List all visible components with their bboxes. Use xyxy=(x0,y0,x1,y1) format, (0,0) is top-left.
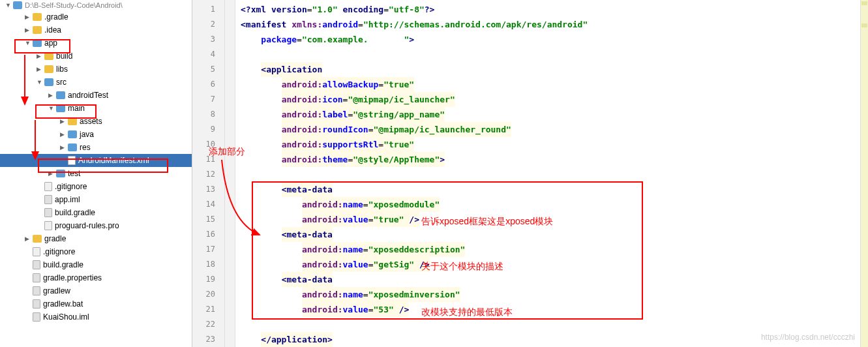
breadcrumb-path: D:\B-Self-Study-Code\Android\ xyxy=(25,1,123,9)
expander-icon xyxy=(25,314,31,320)
tree-item[interactable]: ▶.gradle xyxy=(0,10,192,23)
tree-item[interactable]: ▶java xyxy=(0,128,192,141)
code-line[interactable] xyxy=(241,47,860,62)
expander-icon[interactable]: ▶ xyxy=(60,144,67,151)
tree-item[interactable]: ▼app xyxy=(0,37,192,50)
folder-icon xyxy=(33,26,42,34)
tree-item[interactable]: ▶test xyxy=(0,167,192,180)
code-line[interactable]: <meta-data xyxy=(241,182,860,197)
folder-icon xyxy=(56,91,65,99)
line-number: 16 xyxy=(192,227,224,242)
project-tree[interactable]: ▼ D:\B-Self-Study-Code\Android\ ▶.gradle… xyxy=(0,0,192,347)
tree-item[interactable]: ▶.idea xyxy=(0,23,192,37)
expander-icon[interactable]: ▶ xyxy=(60,118,67,125)
line-number: 13 xyxy=(192,182,224,197)
file-icon xyxy=(33,312,40,322)
file-icon xyxy=(33,286,40,295)
expander-icon xyxy=(25,301,31,307)
code-line[interactable]: <manifest xmlns:android="http://schemas.… xyxy=(241,17,860,32)
line-number: 7 xyxy=(192,92,224,107)
tree-item[interactable]: AndroidManifest.xml xyxy=(0,154,192,167)
expander-icon[interactable]: ▼ xyxy=(48,105,55,112)
tree-item-label: proguard-rules.pro xyxy=(55,221,119,230)
code-line[interactable]: <meta-data xyxy=(241,272,860,287)
code-line[interactable]: android:icon="@mipmap/ic_launcher" xyxy=(241,92,860,107)
tree-item-label: gradle.properties xyxy=(43,273,102,282)
tree-item[interactable]: build.gradle xyxy=(0,206,192,219)
tree-item[interactable]: ▶androidTest xyxy=(0,89,192,102)
expander-icon[interactable]: ▶ xyxy=(37,53,43,59)
line-number: 8 xyxy=(192,107,224,122)
tree-item[interactable]: app.iml xyxy=(0,193,192,206)
tree-item-label: app xyxy=(44,38,57,48)
tree-item[interactable]: proguard-rules.pro xyxy=(0,219,192,232)
expander-icon[interactable]: ▶ xyxy=(25,27,31,33)
file-icon xyxy=(68,156,76,165)
expander-icon[interactable]: ▼ xyxy=(25,40,31,46)
tree-item[interactable]: ▼src xyxy=(0,76,192,89)
code-line[interactable]: android:name="xposeddescription" xyxy=(241,242,860,257)
expander-icon[interactable]: ▶ xyxy=(48,92,55,98)
tree-item[interactable]: gradlew xyxy=(0,284,192,297)
code-line[interactable]: android:name="xposedmodule" xyxy=(241,197,860,212)
line-number: 3 xyxy=(192,32,224,47)
expander-icon[interactable]: ▶ xyxy=(25,235,31,242)
tree-item[interactable]: ▶build xyxy=(0,50,192,63)
code-line[interactable]: android:value="53" /> xyxy=(241,302,860,317)
code-line[interactable]: android:allowBackup="true" xyxy=(241,77,860,92)
line-number: 21 xyxy=(192,302,224,317)
folder-icon xyxy=(56,170,65,177)
folder-icon xyxy=(44,52,53,60)
file-icon xyxy=(33,260,40,269)
overview-ruler[interactable] xyxy=(860,0,868,347)
code-area[interactable]: <?xml version="1.0" encoding="utf-8"?><m… xyxy=(235,0,860,347)
code-line[interactable] xyxy=(241,167,860,182)
code-line[interactable]: android:value="getSig" /> xyxy=(241,257,860,272)
code-line[interactable]: <?xml version="1.0" encoding="utf-8"?> xyxy=(241,2,860,17)
annotation-add-section: 添加部分 xyxy=(209,146,245,158)
line-number: 1 xyxy=(192,2,224,17)
tree-item-label: build.gradle xyxy=(43,260,83,269)
folder-icon xyxy=(33,39,42,47)
expander-icon xyxy=(60,157,67,164)
tree-item[interactable]: build.gradle xyxy=(0,258,192,271)
expander-icon[interactable]: ▶ xyxy=(60,131,67,138)
tree-item[interactable]: gradlew.bat xyxy=(0,297,192,310)
tree-item[interactable]: ▶assets xyxy=(0,115,192,128)
code-editor[interactable]: 1234567891011121314151617181920212223 <?… xyxy=(192,0,868,347)
folder-icon xyxy=(56,104,65,112)
code-line[interactable]: android:name="xposedminversion" xyxy=(241,287,860,302)
code-line[interactable]: <meta-data xyxy=(241,227,860,242)
code-line[interactable]: android:supportsRtl="true" xyxy=(241,137,860,152)
tree-item[interactable]: ▶gradle xyxy=(0,232,192,245)
tree-item[interactable]: ▼main xyxy=(0,102,192,115)
expander-icon[interactable]: ▶ xyxy=(48,170,55,177)
tree-item[interactable]: gradle.properties xyxy=(0,271,192,284)
tree-item-label: build.gradle xyxy=(55,208,95,217)
line-number: 18 xyxy=(192,257,224,272)
annotation-comment1: 告诉xposed框架这是xposed模块 xyxy=(421,214,553,229)
tree-item[interactable]: .gitignore xyxy=(0,245,192,258)
tree-item[interactable]: ▶libs xyxy=(0,63,192,76)
line-gutter: 1234567891011121314151617181920212223 xyxy=(192,0,225,347)
expander-icon xyxy=(37,222,43,229)
expander-icon[interactable]: ▶ xyxy=(25,14,31,20)
tree-item-label: app.iml xyxy=(55,195,80,204)
tree-item-label: res xyxy=(80,143,91,152)
code-line[interactable]: android:label="@string/app_name" xyxy=(241,107,860,122)
tree-item[interactable]: .gitignore xyxy=(0,180,192,193)
expander-icon[interactable]: ▶ xyxy=(37,66,43,72)
code-line[interactable]: android:theme="@style/AppTheme"> xyxy=(241,152,860,167)
tree-item[interactable]: ▶res xyxy=(0,141,192,154)
code-line[interactable]: android:roundIcon="@mipmap/ic_launcher_r… xyxy=(241,122,860,137)
tree-item[interactable]: KuaiShou.iml xyxy=(0,310,192,324)
tree-item-label: androidTest xyxy=(68,91,108,100)
file-icon xyxy=(33,273,40,282)
tree-item-label: build xyxy=(56,52,72,61)
line-number: 19 xyxy=(192,272,224,287)
folder-icon xyxy=(44,78,53,86)
code-line[interactable] xyxy=(241,317,860,332)
code-line[interactable]: package="com.example. "> xyxy=(241,32,860,47)
code-line[interactable]: <application xyxy=(241,62,860,77)
expander-icon[interactable]: ▼ xyxy=(37,79,43,85)
